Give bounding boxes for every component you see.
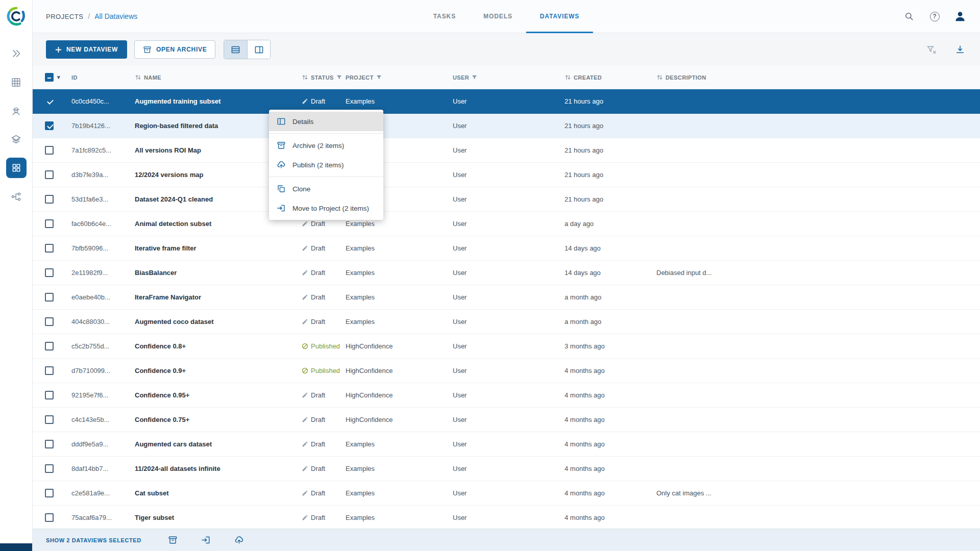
column-header-name[interactable]: NAME	[135, 74, 302, 81]
table-row[interactable]: 7bfb59096... Iterative frame filter Draf…	[33, 236, 980, 261]
sidebar-item-projects[interactable]	[6, 72, 27, 92]
column-header-id[interactable]: ID	[71, 74, 135, 81]
row-name[interactable]: Confidence 0.75+	[135, 416, 302, 423]
sort-icon[interactable]	[135, 74, 141, 81]
row-checkbox[interactable]	[45, 219, 54, 228]
archive-selected-button[interactable]	[168, 535, 178, 545]
context-menu-item-archive[interactable]: Archive (2 items)	[269, 136, 383, 155]
row-name[interactable]: 11/2024-all datasets infinite	[135, 465, 302, 472]
sidebar-item-pipelines[interactable]	[6, 186, 27, 207]
table-row[interactable]: 75acaf6a79... Tiger subset Draft Example…	[33, 506, 980, 529]
row-checkbox[interactable]	[45, 391, 54, 399]
table-row[interactable]: 8daf14bb7... 11/2024-all datasets infini…	[33, 457, 980, 481]
row-name[interactable]: Animal detection subset	[135, 220, 302, 228]
row-name[interactable]: Confidence 0.8+	[135, 342, 302, 350]
row-checkbox[interactable]	[45, 293, 54, 302]
tab-models[interactable]: MODELS	[470, 0, 526, 33]
table-row[interactable]: c5c2b755d... Confidence 0.8+ Published H…	[33, 334, 980, 359]
row-status-label: Draft	[311, 440, 325, 448]
filter-icon[interactable]	[376, 74, 382, 80]
column-header-project[interactable]: PROJECT	[346, 74, 453, 81]
table-row[interactable]: 0c0cd450c... Augmented training subset D…	[33, 89, 980, 114]
row-checkbox[interactable]	[45, 121, 54, 130]
row-checkbox[interactable]	[45, 195, 54, 204]
table-row[interactable]: 7a1fc892c5... All versions ROI Map User …	[33, 138, 980, 163]
row-checkbox[interactable]	[45, 415, 54, 424]
selection-menu-caret-icon[interactable]	[57, 74, 60, 81]
row-checkbox[interactable]	[45, 317, 54, 326]
select-all-checkbox[interactable]	[45, 73, 54, 82]
sidebar-bottom-bar[interactable]	[0, 543, 32, 551]
table-row[interactable]: 92195e7f6... Confidence 0.95+ Draft High…	[33, 383, 980, 408]
filter-icon[interactable]	[472, 74, 477, 80]
sidebar-item-getting-started[interactable]	[6, 43, 27, 64]
table-row[interactable]: dddf9e5a9... Augmented cars dataset Draf…	[33, 432, 980, 457]
row-checkbox[interactable]	[45, 97, 54, 106]
row-checkbox[interactable]	[45, 268, 54, 277]
search-button[interactable]	[902, 10, 916, 23]
table-row[interactable]: d3b7fe39a... 12/2024 versions map User 2…	[33, 163, 980, 187]
split-view-button[interactable]	[247, 40, 270, 59]
table-row[interactable]: 2e11982f9... BiasBalancer Draft Examples…	[33, 261, 980, 285]
table-row[interactable]: d7b710099... Confidence 0.9+ Published H…	[33, 359, 980, 383]
publish-selected-button[interactable]	[234, 535, 244, 545]
row-name[interactable]: Confidence 0.95+	[135, 391, 302, 399]
row-name[interactable]: Iterative frame filter	[135, 244, 302, 252]
row-checkbox[interactable]	[45, 366, 54, 375]
sidebar-item-datasets[interactable]	[6, 129, 27, 149]
row-checkbox[interactable]	[45, 170, 54, 179]
column-header-user[interactable]: USER	[453, 74, 565, 81]
row-checkbox[interactable]	[45, 489, 54, 497]
row-name[interactable]: Augmented training subset	[135, 97, 302, 105]
row-name[interactable]: BiasBalancer	[135, 269, 302, 277]
row-name[interactable]: Augmented coco dataset	[135, 318, 302, 325]
filter-icon[interactable]	[336, 74, 342, 80]
tab-dataviews[interactable]: DATAVIEWS	[526, 0, 593, 33]
row-checkbox[interactable]	[45, 244, 54, 253]
row-id: 2e11982f9...	[71, 269, 135, 277]
row-name[interactable]: IteraFrame Navigator	[135, 293, 302, 301]
table-row[interactable]: 404c88030... Augmented coco dataset Draf…	[33, 310, 980, 334]
sort-icon[interactable]	[302, 74, 308, 81]
download-button[interactable]	[953, 43, 967, 56]
selection-count-label[interactable]: SHOW 2 DATAVIEWS SELECTED	[46, 537, 141, 543]
row-name[interactable]: Cat subset	[135, 489, 302, 497]
sidebar-item-dataviews[interactable]	[6, 158, 27, 178]
row-checkbox[interactable]	[45, 464, 54, 473]
context-menu-item-publish[interactable]: Publish (2 items)	[269, 155, 383, 174]
profile-button[interactable]	[953, 10, 967, 23]
table-view-button[interactable]	[224, 40, 247, 59]
sidebar-item-workers[interactable]	[6, 101, 27, 121]
table-row[interactable]: fac60b6c4e... Animal detection subset Dr…	[33, 212, 980, 236]
row-checkbox[interactable]	[45, 513, 54, 522]
table-row[interactable]: 7b19b4126... Region-based filtered data …	[33, 114, 980, 138]
row-checkbox[interactable]	[45, 342, 54, 350]
context-menu-item-clone[interactable]: Clone	[269, 179, 383, 198]
breadcrumb-projects[interactable]: PROJECTS	[46, 13, 83, 20]
breadcrumb-current[interactable]: All Dataviews	[94, 12, 137, 20]
sort-icon[interactable]	[565, 74, 571, 81]
new-dataview-button[interactable]: NEW DATAVIEW	[46, 40, 127, 59]
filter-reset-button[interactable]	[925, 43, 938, 56]
table-row[interactable]: 53d1fa6e3... Dataset 2024-Q1 cleaned Use…	[33, 187, 980, 212]
row-checkbox[interactable]	[45, 146, 54, 155]
row-name[interactable]: Tiger subset	[135, 514, 302, 521]
clearml-logo[interactable]	[6, 6, 27, 27]
table-row[interactable]: c4c143e5b... Confidence 0.75+ Draft High…	[33, 408, 980, 432]
tab-tasks[interactable]: TASKS	[420, 0, 470, 33]
help-button[interactable]	[928, 10, 941, 23]
row-name[interactable]: Augmented cars dataset	[135, 440, 302, 448]
column-header-status[interactable]: STATUS	[302, 74, 346, 81]
row-name[interactable]: Confidence 0.9+	[135, 367, 302, 374]
column-header-description[interactable]: DESCRIPTION	[656, 74, 980, 81]
table-row[interactable]: e0aebe40b... IteraFrame Navigator Draft …	[33, 285, 980, 310]
open-archive-button[interactable]: OPEN ARCHIVE	[134, 40, 215, 59]
row-checkbox[interactable]	[45, 440, 54, 448]
context-menu-item-move-to-project[interactable]: Move to Project (2 items)	[269, 198, 383, 218]
context-menu-item-details[interactable]: Details	[269, 112, 383, 131]
move-selected-button[interactable]	[201, 535, 211, 545]
table-row[interactable]: c2e581a9e... Cat subset Draft Examples U…	[33, 481, 980, 506]
publish-icon	[277, 160, 286, 169]
column-header-created[interactable]: CREATED	[565, 74, 656, 81]
sort-icon[interactable]	[656, 74, 663, 81]
